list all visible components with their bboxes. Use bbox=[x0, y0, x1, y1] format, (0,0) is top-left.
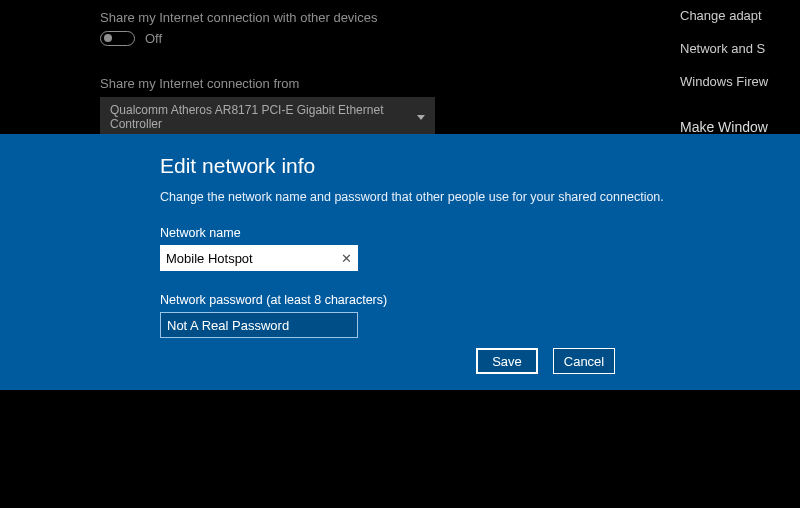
network-name-label: Network name bbox=[160, 226, 800, 240]
share-toggle-state: Off bbox=[145, 31, 162, 46]
dialog-description: Change the network name and password tha… bbox=[160, 190, 800, 204]
network-password-input[interactable]: Not A Real Password bbox=[160, 312, 358, 338]
clear-input-icon[interactable]: ✕ bbox=[341, 252, 352, 265]
adapter-dropdown[interactable]: Qualcomm Atheros AR8171 PCI-E Gigabit Et… bbox=[100, 97, 435, 137]
network-password-label: Network password (at least 8 characters) bbox=[160, 293, 800, 307]
chevron-down-icon bbox=[417, 115, 425, 120]
share-toggle[interactable] bbox=[100, 31, 135, 46]
network-name-input-value: Mobile Hotspot bbox=[166, 251, 253, 266]
cancel-button[interactable]: Cancel bbox=[553, 348, 615, 374]
dialog-title: Edit network info bbox=[160, 154, 800, 178]
share-with-devices-label: Share my Internet connection with other … bbox=[100, 10, 600, 25]
adapter-dropdown-value: Qualcomm Atheros AR8171 PCI-E Gigabit Et… bbox=[110, 103, 417, 131]
link-network-sharing[interactable]: Network and S bbox=[680, 41, 800, 56]
save-button[interactable]: Save bbox=[476, 348, 538, 374]
related-settings-panel: Change adapt Network and S Windows Firew… bbox=[680, 8, 800, 135]
network-name-input[interactable]: Mobile Hotspot ✕ bbox=[160, 245, 358, 271]
network-password-input-value: Not A Real Password bbox=[167, 318, 289, 333]
link-change-adapter[interactable]: Change adapt bbox=[680, 8, 800, 23]
edit-network-info-dialog: Edit network info Change the network nam… bbox=[0, 134, 800, 390]
link-windows-firewall[interactable]: Windows Firew bbox=[680, 74, 800, 89]
make-windows-better-header: Make Window bbox=[680, 119, 800, 135]
share-from-label: Share my Internet connection from bbox=[100, 76, 600, 91]
